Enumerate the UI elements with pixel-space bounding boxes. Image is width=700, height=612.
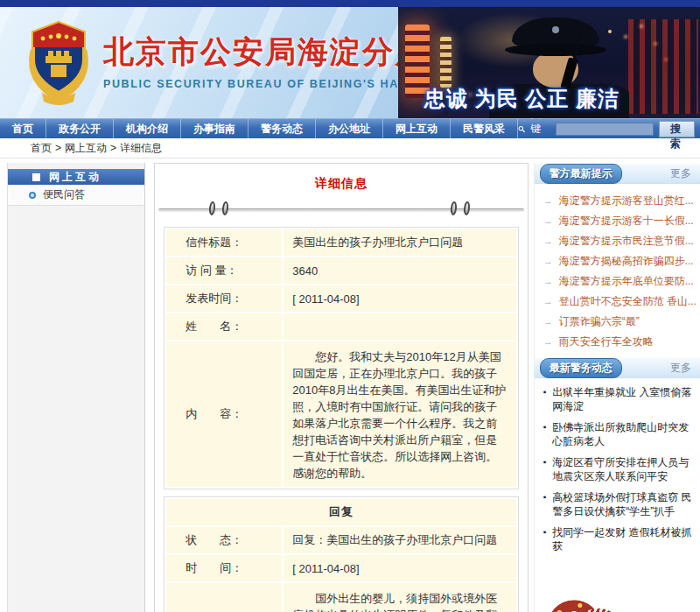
tips-list: →海淀警方提示游客登山赏红... →海淀警方提示游客十一长假... →海淀警方提… [535,184,700,357]
field-label: 内 容： [166,583,282,612]
page-body: 网上互动 便民问答 详细信息 [0,158,700,612]
nav-item-org-intro[interactable]: 机构介绍 [114,119,181,138]
bullet-icon: ▪ [543,420,547,448]
table-row: 发表时间： [ 2011-04-08] [166,285,515,312]
tip-item[interactable]: →海淀警方提示年底单位要防... [543,271,696,292]
nav-item-home[interactable]: 首页 [0,119,46,138]
table-row: 访 问 量： 3640 [166,257,515,284]
breadcrumb-home[interactable]: 首页 [31,141,52,156]
nav-item-gov-info[interactable]: 政务公开 [46,119,114,138]
breadcrumb-separator: > [55,142,61,154]
news-list: ▪出狱半年重操就业 入室惯偷落网海淀 ▪卧佛寺派出所救助爬山时突发心脏病老人 ▪… [535,378,700,564]
tip-item[interactable]: →雨天安全行车全攻略 [543,332,696,352]
search-input[interactable] [556,123,654,136]
more-link-news[interactable]: 更多 [670,361,691,376]
street-lights [608,30,612,33]
table-row: 状 态： 回复：美国出生的孩子办理北京户口问题 [166,527,515,553]
notebook-divider [158,200,523,218]
section-header-tips: 警方最新提示 更多 [535,163,700,184]
breadcrumb-separator: > [110,142,116,154]
field-value: [ 2011-04-08] [284,555,515,581]
tip-item[interactable]: →登山赏叶不忘安全防范 香山... [543,292,696,312]
sidebar-header: 网上互动 [8,169,144,185]
hat-brim [505,44,606,56]
main-nav: 首页 政务公开 机构介绍 办事指南 警务动态 办公地址 网上互动 民警风采 关键… [0,118,700,138]
reply-title: 回复 [166,499,515,525]
arrow-icon: → [543,251,553,271]
reply-content: 国外出生的婴儿，须持国外或境外医疗机构出具的出生证明原件、复印件及翻译机构出具的… [292,590,507,612]
nav-item-police-news[interactable]: 警务动态 [248,119,316,138]
site-titles: 北京市公安局海淀分局 PUBLIC SECURITY BUREAU OF BEI… [103,32,436,90]
nav-item-service-guide[interactable]: 办事指南 [181,119,248,138]
field-value: 回复：美国出生的孩子办理北京户口问题 [284,527,515,553]
site-title: 北京市公安局海淀分局 [103,32,436,73]
sidebar-item-qa[interactable]: 便民问答 [8,185,144,206]
interlocked-rings-icon [541,589,631,612]
arrow-icon: → [543,211,553,231]
main-panel: 详细信息 信件标题： 美国出生的孩子办理北京户口问题 访 问 [154,163,528,612]
field-label: 发表时间： [166,285,282,312]
table-row: 内 容： 国外出生的婴儿，须持国外或境外医疗机构出具的出生证明原件、复印件及翻译… [166,583,515,612]
search-area: 关键词 搜 索 [518,119,700,138]
news-item[interactable]: ▪出狱半年重操就业 入室惯偷落网海淀 [543,385,695,413]
police-badge-icon [23,18,94,107]
left-sidebar: 网上互动 便民问答 [7,163,145,612]
tip-item[interactable]: →海淀警方提示游客登山赏红... [543,191,696,211]
table-row: 姓 名： [166,313,515,340]
breadcrumb-current: 详细信息 [120,141,162,156]
field-label: 姓 名： [166,313,282,340]
tip-item[interactable]: →海淀警方揭秘高招诈骗四步... [543,251,696,271]
news-item[interactable]: ▪海淀区看守所安排在押人员与地震灾区亲人联系问平安 [543,455,695,483]
search-button[interactable]: 搜 索 [659,121,695,137]
binder-ring-icon [463,201,471,216]
nav-item-police-style[interactable]: 民警风采 [451,119,518,138]
news-item[interactable]: ▪高校篮球场外假打球真盗窃 民警多日设伏擒获“学生”扒手 [543,490,695,518]
table-row: 内 容： 您好。我和丈夫与2010年12月从美国回国定居，正在办理北京户口。我的… [166,341,515,487]
sidebar-title: 网上互动 [49,170,102,185]
nav-item-office-address[interactable]: 办公地址 [316,119,383,138]
top-strip [0,0,700,7]
header-banner: 北京市公安局海淀分局 PUBLIC SECURITY BUREAU OF BEI… [0,7,700,118]
hat-badge [552,26,559,33]
field-label: 状 态： [166,527,282,553]
search-icon [518,123,525,135]
breadcrumb: 首页 > 网上互动 > 详细信息 [0,138,700,158]
arrow-icon: → [543,271,553,292]
news-item[interactable]: ▪卧佛寺派出所救助爬山时突发心脏病老人 [543,420,695,448]
site-subtitle: PUBLIC SECURITY BUREAU OF BEIJING'S HAID… [103,78,436,90]
section-header-news: 最新警务动态 更多 [535,357,700,378]
section-title-tips[interactable]: 警方最新提示 [540,164,622,184]
field-value: 3640 [284,257,515,284]
breadcrumb-online-interaction[interactable]: 网上互动 [65,141,107,156]
field-value: [ 2011-04-08] [284,285,515,312]
neon-lights [440,37,452,88]
bullet-icon: ▪ [543,525,547,553]
arrow-icon: → [543,231,553,251]
section-title-news[interactable]: 最新警务动态 [540,358,622,378]
bullet-icon: ▪ [543,385,547,413]
sidebar-item-label: 便民问答 [43,187,85,202]
arrow-icon: → [543,191,553,211]
table-row: 时 间： [ 2011-04-08] [166,555,515,581]
slogan-text: 忠诚 为民 公正 廉洁 [424,85,696,113]
binder-ring-icon [221,201,229,216]
field-label: 时 间： [166,555,282,581]
letter-content: 您好。我和丈夫与2010年12月从美国回国定居，正在办理北京户口。我的孩子201… [292,348,507,482]
field-label: 访 问 量： [166,257,282,284]
tip-item[interactable]: →订票诈骗六宗“最” [543,312,696,332]
field-label: 内 容： [166,341,282,487]
table-row: 回复 [166,499,515,525]
nav-item-online-interaction[interactable]: 网上互动 [383,119,451,138]
watermark-text: 论坛 赴美生子 usbabydiy.com [626,594,700,612]
page: 北京市公安局海淀分局 PUBLIC SECURITY BUREAU OF BEI… [0,0,700,612]
letter-table: 信件标题： 美国出生的孩子办理北京户口问题 访 问 量： 3640 发表时间： … [164,227,518,489]
tip-item[interactable]: →海淀警方提示市民注意节假... [543,231,696,251]
more-link-tips[interactable]: 更多 [670,166,691,181]
tip-item[interactable]: →海淀警方提示游客十一长假... [543,211,696,231]
ring-pair [451,201,470,215]
square-icon [32,173,40,181]
news-item[interactable]: ▪找同学一起发财 造假耗材被抓获 [543,525,695,553]
watermark-forum-tag: 论坛 [626,594,700,609]
bullet-icon: ▪ [543,455,547,483]
field-value: 美国出生的孩子办理北京户口问题 [284,229,515,256]
